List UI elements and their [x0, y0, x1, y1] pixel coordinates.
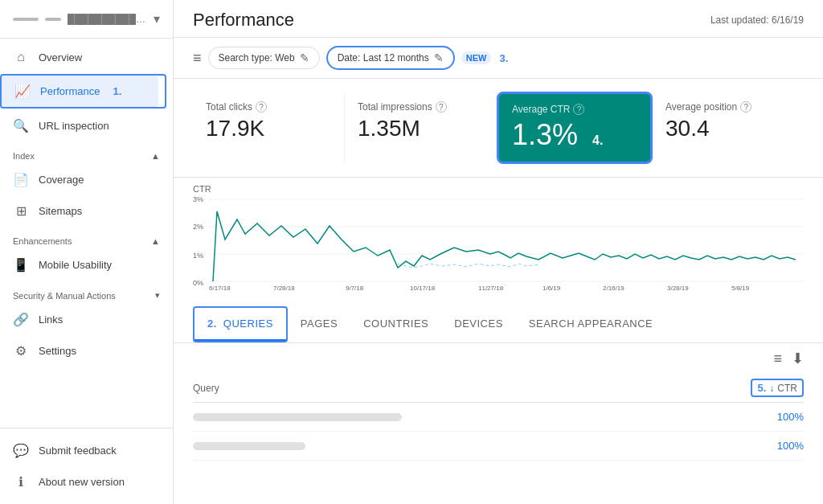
table-area: ≡ ⬇ Query 5. ↓ CTR 100%: [174, 343, 823, 461]
site-dropdown-icon[interactable]: ▾: [154, 11, 160, 27]
ctr-value: 100%: [755, 411, 804, 423]
chart-y-label: CTR: [193, 184, 804, 194]
tab-pages[interactable]: PAGES: [288, 308, 350, 341]
sidebar-item-url-inspection[interactable]: 🔍 URL inspection: [0, 110, 166, 141]
index-toggle[interactable]: ▲: [151, 151, 160, 161]
table-row: 100%: [193, 403, 804, 432]
coverage-icon: 📄: [13, 172, 29, 187]
sidebar-item-coverage[interactable]: 📄 Coverage: [0, 164, 166, 195]
tab-devices[interactable]: DEVICES: [441, 308, 516, 341]
sidebar-bottom: 💬 Submit feedback ℹ About new version: [0, 428, 173, 504]
col-ctr-header: CTR: [777, 383, 797, 394]
sidebar-item-settings[interactable]: ⚙ Settings: [0, 335, 166, 367]
svg-text:10/17/18: 10/17/18: [410, 285, 436, 292]
tab-search-appearance[interactable]: SEARCH APPEARANCE: [516, 308, 665, 341]
filter-icon[interactable]: ≡: [193, 50, 202, 67]
about-label: About new version: [39, 476, 125, 488]
svg-text:2/16/19: 2/16/19: [603, 285, 624, 292]
svg-text:7/28/18: 7/28/18: [273, 285, 295, 292]
total-clicks-card: Total clicks ? 17.9K: [193, 92, 345, 164]
queries-tab-label: QUERIES: [223, 318, 273, 330]
col-metrics: 5. ↓ CTR: [751, 379, 804, 397]
ctr-value: 100%: [755, 440, 804, 452]
sidebar-item-mobile-label: Mobile Usability: [39, 259, 112, 271]
tab-queries[interactable]: 2. QUERIES: [194, 308, 286, 341]
security-label: Security & Manual Actions: [13, 291, 116, 301]
badge-5: 5.: [757, 382, 766, 394]
svg-text:2%: 2%: [193, 223, 203, 231]
hamburger-icon[interactable]: [13, 18, 39, 21]
chart-area: CTR 3% 2% 1% 0% 6/17/18 7/28/18 9: [174, 178, 823, 306]
enhancements-section: Enhancements ▲: [0, 227, 173, 249]
avg-position-value: 30.4: [665, 116, 791, 141]
sidebar-item-mobile-usability[interactable]: 📱 Mobile Usability: [0, 249, 166, 281]
sidebar-item-submit-feedback[interactable]: 💬 Submit feedback: [0, 435, 166, 466]
home-icon: ⌂: [13, 50, 29, 64]
enhancements-toggle[interactable]: ▲: [151, 236, 160, 246]
sidebar-item-performance-label: Performance: [40, 85, 100, 97]
tabs-row: 2. QUERIES PAGES COUNTRIES DEVICES SEARC…: [174, 306, 823, 343]
page-title: Performance: [193, 10, 294, 31]
sort-arrow-icon: ↓: [769, 383, 774, 394]
avg-ctr-help[interactable]: ?: [573, 104, 584, 115]
table-row: 100%: [193, 432, 804, 461]
search-type-filter[interactable]: Search type: Web ✎: [208, 47, 320, 69]
sidebar-navigation: ⌂ Overview 📈 Performance 1. 🔍 URL inspec…: [0, 39, 173, 428]
index-label: Index: [13, 151, 35, 161]
total-clicks-help[interactable]: ?: [256, 101, 267, 113]
svg-text:11/27/18: 11/27/18: [478, 285, 504, 292]
tab-countries[interactable]: COUNTRIES: [350, 308, 441, 341]
mobile-icon: 📱: [13, 257, 29, 272]
total-clicks-label: Total clicks ?: [206, 101, 331, 113]
sidebar-item-sitemaps[interactable]: ⊞ Sitemaps: [0, 195, 166, 227]
sidebar-header: ████████████ ▾: [0, 0, 173, 39]
avg-position-label: Average position ?: [665, 101, 791, 113]
svg-text:6/17/18: 6/17/18: [209, 285, 231, 292]
total-impressions-label: Total impressions ?: [358, 101, 483, 113]
total-impressions-value: 1.35M: [358, 116, 483, 141]
total-impressions-card: Total impressions ? 1.35M: [345, 92, 497, 164]
search-icon: 🔍: [13, 118, 29, 133]
main-header: Performance Last updated: 6/16/19: [174, 0, 823, 38]
search-appearance-tab-label: SEARCH APPEARANCE: [529, 318, 653, 330]
query-placeholder: [193, 413, 402, 421]
query-cell: [193, 442, 755, 450]
badge-1: 1.: [113, 85, 121, 97]
query-placeholder: [193, 442, 305, 450]
site-name: ████████████: [68, 14, 147, 25]
metrics-row: Total clicks ? 17.9K Total impressions ?…: [174, 79, 823, 178]
avg-ctr-value: 1.3% 4.: [512, 118, 637, 152]
links-icon: 🔗: [13, 312, 29, 327]
queries-tab-wrapper: 2. QUERIES: [193, 306, 288, 342]
sidebar-item-performance[interactable]: 📈 Performance 1.: [2, 76, 158, 107]
ctr-sort-column[interactable]: 5. ↓ CTR: [751, 379, 804, 397]
metrics-cell: 100%: [755, 411, 804, 423]
search-type-edit-icon: ✎: [300, 51, 309, 64]
avg-position-help[interactable]: ?: [740, 101, 751, 113]
sidebar: ████████████ ▾ ⌂ Overview 📈 Performance …: [0, 0, 174, 504]
table-download-icon[interactable]: ⬇: [792, 350, 804, 367]
date-edit-icon: ✎: [434, 51, 444, 64]
badge-4: 4.: [592, 133, 603, 147]
settings-icon: ⚙: [13, 343, 29, 359]
security-toggle[interactable]: ▾: [155, 290, 160, 301]
sidebar-item-links[interactable]: 🔗 Links: [0, 304, 166, 335]
security-section: Security & Manual Actions ▾: [0, 281, 173, 304]
date-filter[interactable]: Date: Last 12 months ✎: [326, 46, 455, 70]
table-filter-icon[interactable]: ≡: [773, 350, 782, 367]
submit-feedback-label: Submit feedback: [39, 445, 117, 457]
countries-tab-label: COUNTRIES: [363, 318, 428, 330]
svg-text:1/6/19: 1/6/19: [543, 285, 561, 292]
svg-text:1%: 1%: [193, 252, 203, 260]
sidebar-item-url-label: URL inspection: [39, 120, 109, 132]
svg-text:3%: 3%: [193, 195, 203, 203]
date-label: Date: Last 12 months: [338, 52, 429, 64]
svg-text:3/28/19: 3/28/19: [667, 285, 689, 292]
total-impressions-help[interactable]: ?: [436, 101, 447, 113]
sidebar-item-about[interactable]: ℹ About new version: [0, 466, 166, 498]
new-badge: NEW: [461, 51, 492, 64]
avg-ctr-label: Average CTR ?: [512, 104, 637, 115]
search-type-label: Search type: Web: [219, 52, 295, 64]
sidebar-item-overview[interactable]: ⌂ Overview: [0, 42, 166, 72]
metrics-cell: 100%: [755, 440, 804, 452]
